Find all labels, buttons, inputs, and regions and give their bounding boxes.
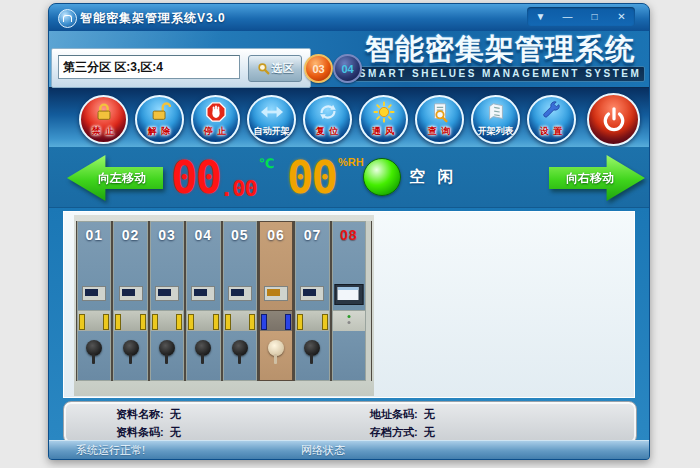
- window-controls: ▼ — □ ✕: [527, 7, 635, 26]
- temperature-value: 00: [171, 156, 220, 200]
- shelves-view-panel: 01 02 03 04: [63, 211, 635, 398]
- terminal-screen: [334, 284, 363, 305]
- reset-icon: [317, 101, 339, 123]
- system-state-label: 空 闲: [409, 167, 457, 188]
- movement-status-row: 向左移动 00 .00 ℃ 00 %RH 空 闲 向右移动: [49, 147, 649, 208]
- shelf-unit-03[interactable]: 03: [150, 221, 184, 381]
- unit-control-panel: [300, 286, 324, 301]
- move-right-button[interactable]: 向右移动: [549, 155, 645, 201]
- unit-indicator-band: [333, 311, 365, 331]
- ventilation-button[interactable]: 通 风: [359, 95, 408, 144]
- unit-control-panel: [191, 286, 215, 301]
- unlock-icon: [149, 101, 171, 123]
- shelf-unit-02[interactable]: 02: [113, 221, 147, 381]
- address-barcode-field: 地址条码:无: [370, 406, 610, 422]
- zone-badge-04[interactable]: 04: [333, 54, 362, 83]
- ventilation-icon: [373, 101, 395, 123]
- select-zone-label: 选区: [272, 61, 294, 76]
- stop-icon: [205, 101, 227, 123]
- stop-button[interactable]: 停 止: [191, 95, 240, 144]
- select-zone-button[interactable]: 选区: [248, 55, 302, 82]
- window-title: 智能密集架管理系统V3.0: [80, 10, 226, 27]
- open-list-button[interactable]: 开架列表: [471, 95, 520, 144]
- query-icon: [429, 101, 451, 123]
- zone-badge-03[interactable]: 03: [304, 54, 333, 83]
- shelf-unit-04[interactable]: 04: [186, 221, 220, 381]
- maximize-button[interactable]: □: [584, 9, 606, 24]
- system-status-text: 系统运行正常!: [76, 443, 145, 458]
- forbid-button[interactable]: 禁 止: [79, 95, 128, 144]
- minimize-button[interactable]: —: [557, 9, 579, 24]
- shelf-unit-05[interactable]: 05: [223, 221, 257, 381]
- status-bar: 系统运行正常! 网络状态: [49, 440, 649, 459]
- unit-indicator-band: [187, 311, 219, 331]
- lock-icon: [93, 101, 115, 123]
- shelf-unit-01[interactable]: 01: [77, 221, 111, 381]
- settings-button[interactable]: 设 置: [527, 95, 576, 144]
- crank-handle-icon: [86, 340, 102, 356]
- crank-handle-icon: [232, 340, 248, 356]
- search-icon: [257, 62, 270, 75]
- auto-open-icon: [260, 101, 284, 123]
- move-left-button[interactable]: 向左移动: [67, 155, 163, 201]
- crank-handle-icon: [123, 340, 139, 356]
- unit-indicator-band: [114, 311, 146, 331]
- record-info-panel: 资料名称:无 资料条码:无 地址条码:无 存档方式:无: [63, 401, 637, 444]
- banner-title: 智能密集架管理系统: [355, 32, 645, 66]
- unit-control-panel: [264, 286, 288, 301]
- open-list-icon: [485, 101, 507, 123]
- auto-open-button[interactable]: 自动开架: [247, 95, 296, 144]
- shelf-unit-08[interactable]: 08: [332, 221, 371, 381]
- title-bar: 智能密集架管理系统V3.0 ▼ — □ ✕: [49, 4, 649, 32]
- app-logo-icon: [58, 9, 77, 28]
- crank-handle-icon: [159, 340, 175, 356]
- status-light-green: [363, 158, 401, 196]
- menu-button[interactable]: ▼: [530, 9, 552, 24]
- unit-control-panel: [228, 286, 252, 301]
- unit-indicator-band: [224, 311, 256, 331]
- archive-mode-field: 存档方式:无: [370, 424, 610, 440]
- unit-indicator-band: [260, 311, 292, 331]
- zone-input[interactable]: [58, 55, 240, 79]
- reset-button[interactable]: 复 位: [303, 95, 352, 144]
- temperature-decimal: .00: [220, 178, 257, 200]
- crank-handle-icon: [195, 340, 211, 356]
- record-barcode-field: 资料条码:无: [116, 424, 370, 440]
- close-button[interactable]: ✕: [611, 9, 633, 24]
- zone-select-bar: 选区 03 04: [51, 48, 311, 88]
- release-button[interactable]: 解 除: [135, 95, 184, 144]
- banner-subtitle: SMART SHELUES MANAGEMENT SYSTEM: [355, 66, 645, 82]
- crank-handle-icon: [304, 340, 320, 356]
- humidity-display: 00 %RH: [287, 156, 364, 200]
- temperature-display: 00 .00 ℃: [171, 156, 276, 200]
- shelves-photo: 01 02 03 04: [74, 215, 374, 396]
- unit-indicator-band: [78, 311, 110, 331]
- humidity-value: 00: [287, 156, 336, 200]
- toolbar: 禁 止 解 除 停 止 自动开架: [49, 87, 649, 149]
- power-icon: [599, 105, 629, 135]
- humidity-unit-label: %RH: [338, 156, 364, 168]
- query-button[interactable]: 查 询: [415, 95, 464, 144]
- unit-indicator-band: [296, 311, 328, 331]
- unit-control-panel: [155, 286, 179, 301]
- record-name-field: 资料名称:无: [116, 406, 370, 422]
- banner: 智能密集架管理系统 SMART SHELUES MANAGEMENT SYSTE…: [355, 32, 645, 86]
- power-button[interactable]: [587, 93, 640, 146]
- crank-handle-icon: [268, 340, 284, 356]
- app-window: 智能密集架管理系统V3.0 ▼ — □ ✕ 选区 03 04 智能密集架管理系统…: [48, 3, 650, 460]
- unit-indicator-band: [151, 311, 183, 331]
- wrench-icon: [541, 101, 563, 123]
- network-status-text: 网络状态: [301, 443, 345, 458]
- shelf-unit-07[interactable]: 07: [295, 221, 329, 381]
- shelf-row: 01 02 03 04: [76, 221, 372, 381]
- header-row: 选区 03 04 智能密集架管理系统 SMART SHELUES MANAGEM…: [49, 31, 649, 87]
- unit-control-panel: [119, 286, 143, 301]
- main-frame: 01 02 03 04: [49, 208, 649, 441]
- shelf-unit-06[interactable]: 06: [259, 221, 293, 381]
- celsius-unit-label: ℃: [259, 156, 275, 171]
- unit-control-panel: [82, 286, 106, 301]
